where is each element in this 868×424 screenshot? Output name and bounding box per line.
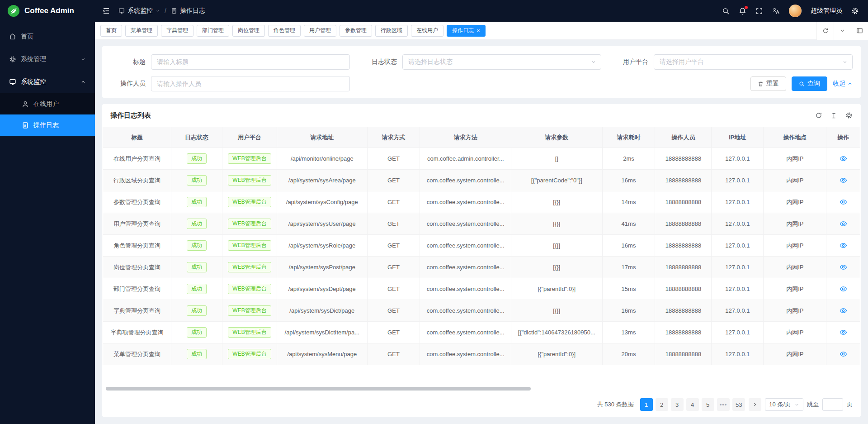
table-row: 字典项管理分页查询成功WEB管理后台/api/system/sysDictIte…: [103, 322, 860, 343]
view-detail-icon[interactable]: [840, 307, 847, 314]
cell-platform: WEB管理后台: [222, 170, 277, 191]
search-icon[interactable]: [722, 7, 730, 15]
table-row: 行政区域分页查询成功WEB管理后台/api/system/sysArea/pag…: [103, 170, 860, 191]
sidebar-menu: 首页 系统管理 系统监控: [0, 22, 95, 136]
platform-badge: WEB管理后台: [228, 305, 271, 316]
tab-label: 岗位管理: [238, 27, 259, 34]
tab-item[interactable]: 角色管理: [268, 25, 301, 37]
tab-list: 首页菜单管理字典管理部门管理岗位管理角色管理用户管理参数管理行政区域在线用户操作…: [100, 25, 816, 37]
tab-item[interactable]: 菜单管理: [125, 25, 158, 37]
cell-url: /api/system/sysArea/page: [277, 170, 367, 191]
user-avatar[interactable]: [789, 5, 802, 17]
next-page-button[interactable]: [749, 398, 761, 411]
view-detail-icon[interactable]: [840, 329, 847, 336]
page-button-53[interactable]: 53: [732, 398, 745, 411]
view-detail-icon[interactable]: [840, 242, 847, 249]
horizontal-scrollbar-thumb[interactable]: [106, 387, 531, 391]
user-platform-select[interactable]: 请选择用户平台: [654, 54, 853, 70]
sidebar-item-label: 首页: [21, 33, 33, 41]
tab-item[interactable]: 行政区域: [375, 25, 408, 37]
cell-method: GET: [367, 257, 420, 278]
chevron-down-icon: [794, 402, 799, 407]
jump-page-input[interactable]: [822, 398, 843, 411]
breadcrumb-current-label: 操作日志: [180, 7, 205, 15]
sidebar-item-system-monitor[interactable]: 系统监控: [0, 71, 95, 93]
sidebar-item-online-users[interactable]: 在线用户: [0, 93, 95, 114]
tab-item[interactable]: 操作日志×: [447, 25, 486, 37]
status-badge: 成功: [187, 153, 207, 164]
column-height-icon[interactable]: [830, 112, 837, 119]
tab-item[interactable]: 用户管理: [304, 25, 336, 37]
view-detail-icon[interactable]: [840, 220, 847, 228]
refresh-icon[interactable]: [815, 112, 822, 119]
view-detail-icon[interactable]: [840, 285, 847, 293]
breadcrumb-item-parent[interactable]: 系统监控: [118, 7, 160, 15]
view-detail-icon[interactable]: [840, 263, 847, 271]
tab-item[interactable]: 在线用户: [411, 25, 443, 37]
settings-gear-icon[interactable]: [851, 7, 859, 15]
page-button-3[interactable]: 3: [671, 398, 684, 411]
tab-item[interactable]: 字典管理: [161, 25, 193, 37]
header-actions: 超级管理员: [722, 5, 859, 17]
chevron-down-icon: [591, 59, 596, 65]
cell-ip: 127.0.0.1: [712, 322, 764, 343]
user-icon: [22, 100, 29, 108]
status-badge: 成功: [187, 349, 207, 360]
page-size-select[interactable]: 10 条/页: [765, 398, 803, 411]
cell-action: [826, 257, 860, 278]
tabs-dropdown-chevron-icon[interactable]: [834, 22, 851, 40]
cell-method: GET: [367, 322, 420, 343]
operator-input[interactable]: [151, 76, 350, 91]
chevron-up-icon: [80, 79, 86, 85]
sidebar-item-system-management[interactable]: 系统管理: [0, 48, 95, 71]
tab-label: 角色管理: [274, 27, 295, 34]
translate-icon[interactable]: [772, 7, 780, 15]
settings-gear-icon[interactable]: [845, 112, 853, 119]
notification-bell-icon[interactable]: [739, 7, 746, 15]
sidebar-item-label: 在线用户: [33, 100, 59, 108]
tab-item[interactable]: 部门管理: [197, 25, 229, 37]
layout-toggle-icon[interactable]: [851, 22, 868, 40]
cell-action: [826, 343, 860, 365]
page-button-1[interactable]: 1: [640, 398, 653, 411]
cell-platform: WEB管理后台: [222, 148, 277, 170]
cell-location: 内网IP: [764, 278, 826, 300]
cell-ip: 127.0.0.1: [712, 278, 764, 300]
view-detail-icon[interactable]: [840, 176, 847, 184]
cell-title: 部门管理分页查询: [103, 278, 171, 300]
status-badge: 成功: [187, 305, 207, 316]
page-button-5[interactable]: 5: [702, 398, 714, 411]
logo-icon: [7, 5, 20, 17]
cell-ip: 127.0.0.1: [712, 257, 764, 278]
cell-status: 成功: [171, 300, 222, 322]
menu-fold-icon[interactable]: [102, 7, 110, 15]
column-header: 操作地点: [764, 127, 826, 148]
view-detail-icon[interactable]: [840, 350, 847, 358]
cell-url: /api/system/sysDict/page: [277, 300, 367, 322]
platform-badge: WEB管理后台: [228, 175, 271, 186]
page-button-4[interactable]: 4: [686, 398, 699, 411]
sidebar-item-home[interactable]: 首页: [0, 25, 95, 48]
tab-label: 操作日志: [452, 27, 474, 34]
refresh-tabs-icon[interactable]: [816, 22, 834, 40]
view-detail-icon[interactable]: [840, 155, 847, 162]
cell-operator: 18888888888: [655, 170, 712, 191]
log-status-select[interactable]: 请选择日志状态: [402, 54, 601, 70]
reset-button[interactable]: 重置: [750, 76, 786, 91]
app-logo[interactable]: Coffee Admin: [0, 0, 95, 22]
tab-item[interactable]: 岗位管理: [232, 25, 265, 37]
title-input[interactable]: [151, 54, 350, 70]
collapse-filter-link[interactable]: 收起: [833, 80, 853, 88]
pagination-ellipsis[interactable]: •••: [717, 398, 730, 411]
cell-duration: 14ms: [602, 191, 655, 213]
tab-close-icon[interactable]: ×: [476, 28, 480, 33]
sidebar-item-operation-log[interactable]: 操作日志: [0, 114, 95, 136]
tab-item[interactable]: 首页: [100, 25, 122, 37]
cell-method: GET: [367, 235, 420, 257]
view-detail-icon[interactable]: [840, 198, 847, 206]
column-header: 请求方法: [420, 127, 511, 148]
query-button[interactable]: 查询: [792, 76, 827, 91]
tab-item[interactable]: 参数管理: [340, 25, 372, 37]
page-button-2[interactable]: 2: [656, 398, 668, 411]
fullscreen-icon[interactable]: [755, 7, 763, 15]
